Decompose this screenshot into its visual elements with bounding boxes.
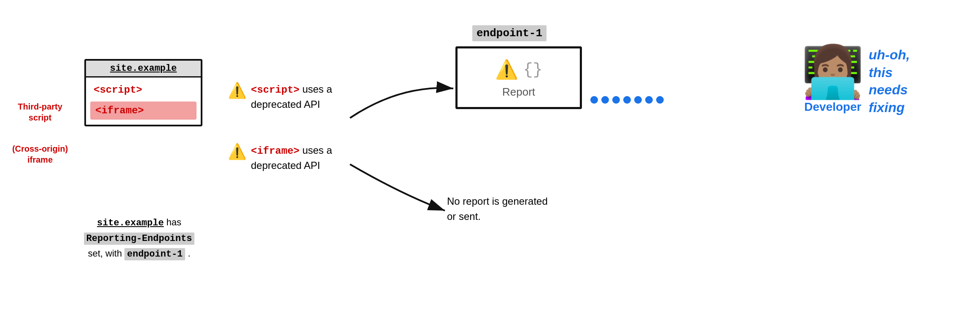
- caption-set-with: set, with: [88, 248, 124, 259]
- warning-icon-iframe: ⚠️: [228, 144, 247, 159]
- warning-text-iframe: <iframe> uses a deprecated API: [251, 143, 361, 172]
- endpoint-body: ⚠️ {} Report: [458, 48, 580, 107]
- caption-has: has: [164, 217, 181, 227]
- cross-origin-label: (Cross-origin) iframe: [8, 143, 72, 165]
- caption-reporting-endpoints: Reporting-Endpoints: [84, 233, 195, 245]
- iframe-tag-label: <iframe>: [95, 105, 144, 116]
- developer-label: Developer: [801, 100, 864, 114]
- dot-2: [601, 96, 609, 104]
- developer-emoji: 👩🏽‍💻: [801, 46, 864, 97]
- iframe-tag-box: <iframe>: [90, 102, 197, 120]
- diagram-container: site.example <script> <iframe> Third-par…: [0, 0, 980, 321]
- endpoint-report-label: Report: [502, 86, 535, 99]
- endpoint-box: ⚠️ {} Report: [455, 46, 582, 109]
- third-party-label: Third-party script: [13, 101, 67, 123]
- endpoint-json-icon: {}: [523, 61, 543, 79]
- script-tag-label: <script>: [90, 83, 197, 97]
- warning-iframe-tag: <iframe>: [251, 145, 299, 157]
- dot-1: [590, 96, 598, 104]
- caption-endpoint1: endpoint-1: [124, 248, 185, 260]
- warning-script-tag: <script>: [251, 84, 299, 96]
- warning-text-script: <script> uses a deprecated API: [251, 82, 361, 111]
- dot-6: [645, 96, 653, 104]
- endpoint-label: endpoint-1: [472, 25, 547, 41]
- browser-box: site.example <script> <iframe>: [84, 59, 202, 126]
- caption-period: .: [185, 248, 190, 259]
- endpoint-icons: ⚠️ {}: [495, 59, 543, 80]
- dotted-line: [590, 96, 664, 104]
- no-report-text: No report is generated or sent.: [447, 194, 557, 224]
- browser-body: <script> <iframe>: [86, 78, 201, 125]
- dot-4: [623, 96, 631, 104]
- uh-oh-text: uh-oh, this needs fixing: [869, 46, 910, 116]
- browser-title: site.example: [86, 61, 201, 78]
- caption-site: site.example: [97, 218, 164, 228]
- dot-5: [634, 96, 642, 104]
- dot-3: [612, 96, 620, 104]
- developer-figure: 👩🏽‍💻 Developer: [801, 46, 864, 114]
- browser-caption: site.example has Reporting-Endpoints set…: [63, 215, 215, 262]
- warning-icon-script: ⚠️: [228, 83, 247, 98]
- endpoint-warning-icon: ⚠️: [495, 59, 518, 80]
- warning-script: ⚠️ <script> uses a deprecated API: [228, 82, 361, 111]
- dot-7: [656, 96, 664, 104]
- warning-iframe: ⚠️ <iframe> uses a deprecated API: [228, 143, 361, 172]
